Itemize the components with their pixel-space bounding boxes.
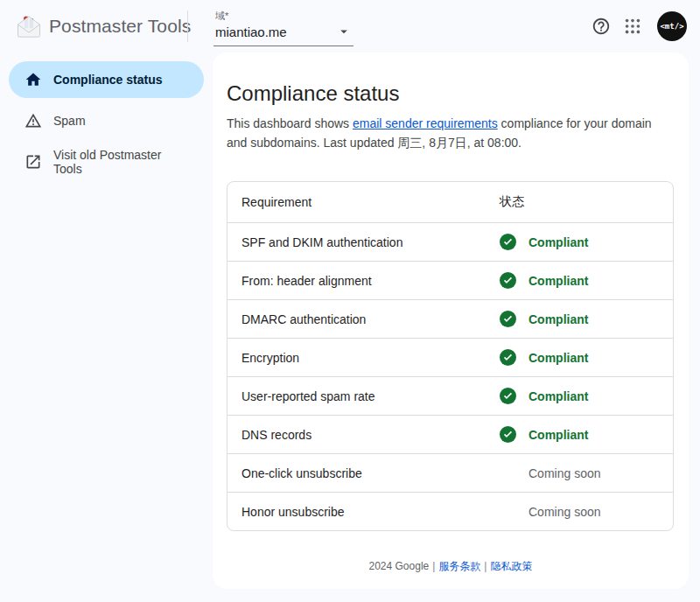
requirement-cell: From: header alignment: [228, 274, 500, 288]
privacy-policy-link[interactable]: 隐私政策: [490, 560, 532, 572]
chevron-down-icon: [336, 24, 352, 39]
status-cell: Compliant: [500, 311, 673, 327]
status-cell: Compliant: [500, 272, 673, 289]
table-row: Encryption Compliant: [228, 338, 673, 376]
account-avatar[interactable]: <mt/>: [657, 11, 687, 41]
status-text: Compliant: [528, 312, 588, 326]
status-cell: Coming soon: [500, 503, 673, 520]
requirement-cell: DMARC authentication: [228, 312, 500, 326]
status-text: Compliant: [528, 274, 588, 288]
status-cell: Compliant: [500, 234, 673, 250]
status-text: Compliant: [528, 351, 588, 365]
apps-grid-button[interactable]: [622, 16, 643, 37]
check-circle-icon: [500, 234, 516, 250]
table-row: Honor unsubscribe Coming soon: [228, 492, 673, 530]
sidebar-item-visit-old-postmaster[interactable]: Visit old Postmaster Tools: [9, 144, 204, 180]
compliance-table: Requirement 状态 SPF and DKIM authenticati…: [227, 181, 674, 531]
requirement-cell: Honor unsubscribe: [228, 505, 500, 519]
top-header: Postmaster Tools 域* miantiao.me: [0, 0, 700, 52]
terms-of-service-link[interactable]: 服务条款: [438, 560, 480, 572]
sidebar-item-label: Compliance status: [53, 73, 162, 87]
status-cell: Compliant: [500, 388, 673, 404]
help-button[interactable]: [591, 16, 612, 37]
sidebar-item-label: Visit old Postmaster Tools: [53, 148, 190, 176]
table-header-row: Requirement 状态: [228, 182, 673, 222]
table-row: One-click unsubscribe Coming soon: [228, 453, 673, 492]
page-description: This dashboard shows email sender requir…: [227, 114, 675, 152]
email-sender-requirements-link[interactable]: email sender requirements: [353, 116, 498, 130]
table-row: DNS records Compliant: [228, 415, 673, 453]
check-circle-icon: [500, 349, 516, 366]
open-in-new-icon: [24, 153, 42, 171]
requirement-cell: One-click unsubscribe: [228, 466, 500, 480]
sidebar-item-compliance-status[interactable]: Compliance status: [9, 61, 204, 98]
footer-copyright: 2024 Google: [369, 560, 430, 572]
main-content-card: Compliance status This dashboard shows e…: [213, 52, 689, 589]
app-title: Postmaster Tools: [49, 16, 191, 37]
requirement-cell: SPF and DKIM authentication: [228, 235, 500, 249]
description-prefix: This dashboard shows: [227, 116, 353, 130]
requirement-cell: Encryption: [228, 351, 500, 365]
footer-separator: |: [484, 560, 486, 572]
status-text: Compliant: [528, 428, 588, 442]
compliance-table-body: SPF and DKIM authentication Compliant Fr…: [228, 222, 673, 530]
check-circle-icon: [500, 272, 516, 289]
column-header-requirement: Requirement: [228, 195, 500, 209]
table-row: DMARC authentication Compliant: [228, 299, 673, 338]
card-footer: 2024 Google|服务条款|隐私政策: [213, 559, 689, 574]
sidebar-item-label: Spam: [53, 114, 86, 128]
domain-selector-label: 域*: [215, 10, 352, 23]
app-logo-area[interactable]: Postmaster Tools: [0, 15, 187, 38]
warning-icon: [24, 112, 42, 130]
sidebar-nav: Compliance status Spam Visit old Postmas…: [0, 52, 213, 602]
page-title: Compliance status: [227, 81, 675, 106]
domain-selector-value: miantiao.me: [215, 24, 287, 39]
requirement-cell: User-reported spam rate: [228, 389, 500, 403]
footer-separator: |: [432, 560, 435, 572]
status-text: Compliant: [528, 235, 588, 249]
table-row: SPF and DKIM authentication Compliant: [228, 222, 673, 261]
check-circle-icon: [500, 388, 516, 404]
sidebar-item-spam[interactable]: Spam: [9, 102, 204, 139]
status-cell: Coming soon: [500, 465, 673, 481]
table-row: From: header alignment Compliant: [228, 261, 673, 299]
apps-grid-icon: [623, 17, 642, 36]
check-circle-icon: [500, 426, 516, 443]
table-row: User-reported spam rate Compliant: [228, 376, 673, 415]
status-text: Compliant: [528, 389, 588, 403]
status-text: Coming soon: [528, 466, 601, 480]
domain-selector[interactable]: 域* miantiao.me: [214, 6, 354, 46]
postmaster-logo-icon: [16, 15, 42, 38]
header-divider: [187, 10, 188, 42]
help-icon: [592, 17, 611, 36]
check-circle-icon: [500, 311, 516, 327]
status-cell: Compliant: [500, 426, 673, 443]
requirement-cell: DNS records: [228, 428, 500, 442]
status-cell: Compliant: [500, 349, 673, 366]
home-icon: [24, 71, 42, 88]
column-header-status: 状态: [500, 194, 673, 210]
status-text: Coming soon: [528, 505, 601, 519]
